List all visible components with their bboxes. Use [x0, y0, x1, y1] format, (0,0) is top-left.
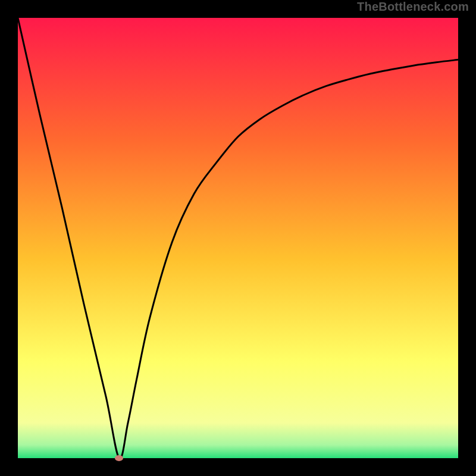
chart-svg	[18, 18, 458, 458]
gradient-background	[18, 18, 458, 458]
marker-point	[115, 455, 123, 461]
attribution-text: TheBottleneck.com	[357, 0, 469, 14]
plot-area	[18, 18, 458, 458]
chart-frame: TheBottleneck.com	[0, 0, 476, 476]
